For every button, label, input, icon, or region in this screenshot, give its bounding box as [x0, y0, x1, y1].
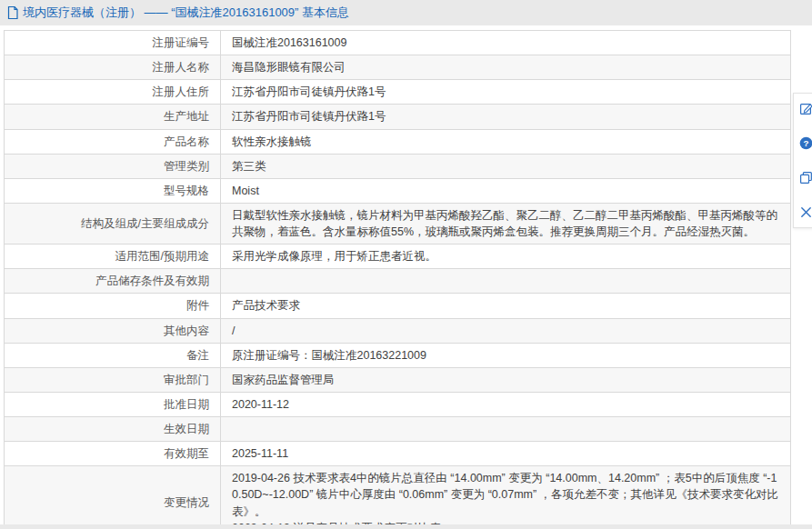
row-value: Moist	[221, 178, 791, 203]
page: 境内医疗器械（注册） —— “国械注准20163161009” 基本信息 注册证…	[0, 0, 812, 529]
row-value: 产品技术要求	[221, 294, 791, 318]
row-label: 有效期至	[5, 442, 221, 466]
row-label: 备注	[5, 343, 221, 367]
row-value: 海昌隐形眼镜有限公司	[221, 55, 791, 80]
page-header: 境内医疗器械（注册） —— “国械注准20163161009” 基本信息	[0, 0, 812, 25]
row-value: 原注册证编号：国械注准20163221009	[221, 343, 791, 367]
row-value: 江苏省丹阳市司徒镇丹伏路1号	[221, 105, 791, 129]
table-row: 审批部门 国家药品监督管理局	[5, 367, 791, 392]
registration-info-table: 注册证编号 国械注准20163161009 注册人名称 海昌隐形眼镜有限公司 注…	[4, 30, 791, 529]
table-row: 生产地址 江苏省丹阳市司徒镇丹伏路1号	[5, 105, 791, 129]
table-row: 管理类别 第三类	[5, 154, 791, 178]
close-icon[interactable]	[799, 205, 812, 219]
row-value	[221, 269, 791, 294]
table-row: 备注 原注册证编号：国械注准20163221009	[5, 343, 791, 367]
table-row: 批准日期 2020-11-12	[5, 392, 791, 416]
row-label: 生产地址	[5, 105, 221, 129]
row-label: 变更情况	[5, 466, 221, 529]
row-value: 江苏省丹阳市司徒镇丹伏路1号	[221, 80, 791, 105]
row-label: 型号规格	[5, 178, 221, 203]
table-row: 其他内容 /	[5, 318, 791, 343]
row-value: 国家药品监督管理局	[221, 367, 791, 392]
table-row: 产品储存条件及有效期	[5, 269, 791, 294]
table-row: 变更情况 2019-04-26 技术要求表4中的镜片总直径由 “14.00mm”…	[5, 466, 791, 529]
row-label: 产品名称	[5, 129, 221, 154]
row-value: 采用光学成像原理，用于矫正患者近视。	[221, 245, 791, 269]
row-label: 结构及组成/主要组成成分	[5, 203, 221, 244]
row-value	[221, 417, 791, 442]
table-row: 产品名称 软性亲水接触镜	[5, 129, 791, 154]
table-row: 结构及组成/主要组成成分 日戴型软性亲水接触镜，镜片材料为甲基丙烯酸羟乙酯、聚乙…	[5, 203, 791, 244]
row-value: 国械注准20163161009	[221, 31, 791, 55]
row-label: 适用范围/预期用途	[5, 245, 221, 269]
table-row: 有效期至 2025-11-11	[5, 442, 791, 466]
row-label: 批准日期	[5, 392, 221, 416]
row-value: 软性亲水接触镜	[221, 129, 791, 154]
copy-icon[interactable]	[799, 171, 812, 185]
table-row: 注册证编号 国械注准20163161009	[5, 31, 791, 55]
row-value: 2019-04-26 技术要求表4中的镜片总直径由 “14.00mm” 变更为 …	[221, 466, 791, 529]
row-label: 生效日期	[5, 417, 221, 442]
row-label: 审批部门	[5, 367, 221, 392]
bottom-strip	[0, 524, 812, 529]
row-label: 产品储存条件及有效期	[5, 269, 221, 294]
row-label: 注册人住所	[5, 80, 221, 105]
document-icon	[6, 5, 19, 20]
page-title: 境内医疗器械（注册） —— “国械注准20163161009” 基本信息	[23, 5, 349, 21]
row-label: 注册人名称	[5, 55, 221, 80]
row-label: 管理类别	[5, 154, 221, 178]
edit-icon[interactable]	[799, 102, 812, 115]
table-row: 附件 产品技术要求	[5, 294, 791, 318]
table-row: 注册人名称 海昌隐形眼镜有限公司	[5, 55, 791, 80]
table-row: 注册人住所 江苏省丹阳市司徒镇丹伏路1号	[5, 80, 791, 105]
row-label: 注册证编号	[5, 31, 221, 55]
table-row: 生效日期	[5, 417, 791, 442]
svg-text:?: ?	[803, 138, 808, 148]
row-label: 附件	[5, 294, 221, 318]
row-value: 2020-11-12	[221, 392, 791, 416]
help-icon[interactable]: ?	[799, 136, 812, 150]
row-value: /	[221, 318, 791, 343]
table-row: 型号规格 Moist	[5, 178, 791, 203]
row-label: 其他内容	[5, 318, 221, 343]
table-row: 适用范围/预期用途 采用光学成像原理，用于矫正患者近视。	[5, 245, 791, 269]
side-toolbar: ?	[793, 93, 812, 228]
row-value: 2025-11-11	[221, 442, 791, 466]
row-value: 日戴型软性亲水接触镜，镜片材料为甲基丙烯酸羟乙酯、聚乙二醇、乙二醇二甲基丙烯酸酯…	[221, 203, 791, 244]
row-value: 第三类	[221, 154, 791, 178]
